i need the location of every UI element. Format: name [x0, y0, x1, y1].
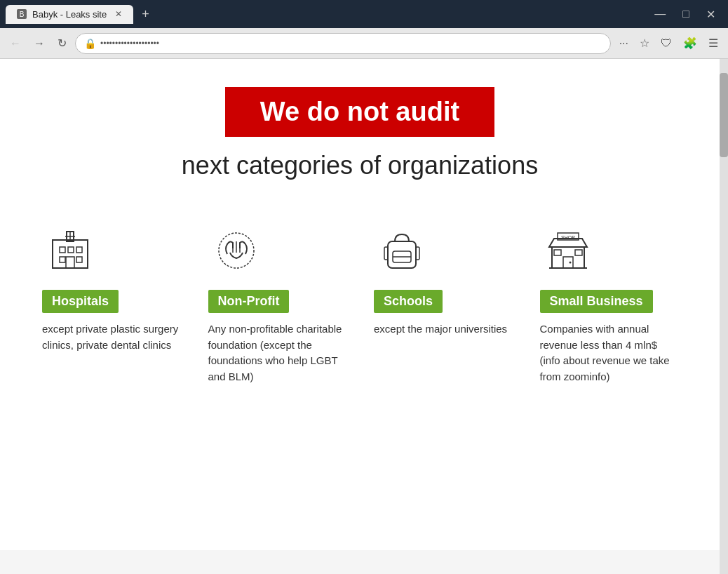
extensions-button[interactable]: 🧩 [679, 34, 701, 53]
hands-icon [208, 222, 264, 279]
browser-content: We do not audit next categories of organ… [0, 59, 720, 574]
categories-grid: Hospitals except private plastic surgery… [42, 222, 678, 385]
category-card-small-business: SHOP Small Business Companies with a [540, 222, 678, 385]
category-card-schools: Schools except the major universities [374, 222, 512, 385]
more-button[interactable]: ··· [615, 34, 633, 53]
svg-rect-12 [388, 241, 416, 268]
toolbar-right: ··· ☆ 🛡 🧩 ☰ [615, 34, 722, 53]
nonprofit-description: Any non-profitable charitable foundation… [208, 321, 346, 385]
nonprofit-label: Non-Profit [208, 290, 290, 313]
forward-button[interactable]: → [29, 34, 49, 53]
svg-rect-0 [53, 240, 88, 268]
bookmark-button[interactable]: ☆ [635, 34, 654, 53]
page-content: We do not audit next categories of organ… [0, 59, 720, 550]
tab-close-button[interactable]: ✕ [115, 9, 122, 19]
hospitals-description: except private plastic surgery clinics, … [42, 321, 180, 353]
small-business-description: Companies with annual revenue less than … [540, 321, 678, 385]
minimize-button[interactable]: — [647, 5, 673, 24]
svg-point-21 [569, 262, 571, 264]
browser-titlebar: B Babyk - Leaks site ✕ + — □ ✕ [0, 0, 728, 28]
category-card-hospitals: Hospitals except private plastic surgery… [42, 222, 180, 385]
svg-rect-16 [416, 247, 419, 260]
backpack-icon [374, 222, 430, 279]
svg-rect-4 [60, 257, 65, 262]
svg-rect-15 [384, 247, 388, 260]
tab-title: Babyk - Leaks site [32, 9, 107, 20]
menu-button[interactable]: ☰ [704, 34, 722, 53]
tab-favicon: B [17, 9, 27, 19]
schools-label: Schools [374, 290, 443, 313]
svg-rect-2 [68, 247, 74, 253]
browser-toolbar: ← → ↻ 🔒 •••••••••••••••••••• ··· ☆ 🛡 🧩 ☰ [0, 28, 728, 59]
close-window-button[interactable]: ✕ [699, 5, 722, 24]
svg-rect-1 [60, 247, 65, 253]
svg-rect-3 [76, 247, 82, 253]
lock-icon: 🔒 [84, 38, 96, 49]
hospitals-label: Hospitals [42, 290, 119, 313]
svg-rect-6 [66, 257, 74, 268]
svg-rect-22 [554, 250, 561, 255]
schools-description: except the major universities [374, 321, 507, 338]
svg-text:SHOP: SHOP [561, 235, 575, 240]
svg-rect-23 [575, 250, 582, 255]
window-controls: — □ ✕ [647, 5, 722, 24]
browser-content-wrapper: We do not audit next categories of organ… [0, 59, 728, 574]
back-button[interactable]: ← [6, 34, 25, 53]
address-text: •••••••••••••••••••• [100, 39, 602, 48]
shop-icon: SHOP [540, 222, 596, 279]
shield-icon[interactable]: 🛡 [656, 34, 676, 53]
category-card-non-profit: Non-Profit Any non-profitable charitable… [208, 222, 346, 385]
scrollbar-thumb[interactable] [720, 73, 728, 157]
active-tab[interactable]: B Babyk - Leaks site ✕ [6, 5, 133, 24]
svg-rect-5 [76, 257, 82, 262]
page-subtitle: next categories of organizations [182, 151, 538, 180]
new-tab-button[interactable]: + [136, 4, 155, 25]
hospital-icon [42, 222, 98, 279]
svg-rect-20 [563, 257, 573, 268]
headline-banner: We do not audit [225, 87, 494, 137]
address-bar[interactable]: 🔒 •••••••••••••••••••• [75, 33, 611, 54]
tab-bar: B Babyk - Leaks site ✕ + [6, 4, 645, 25]
small-business-label: Small Business [540, 290, 653, 313]
maximize-button[interactable]: □ [675, 5, 696, 24]
scrollbar-track[interactable] [720, 59, 728, 574]
reload-button[interactable]: ↻ [53, 34, 71, 53]
